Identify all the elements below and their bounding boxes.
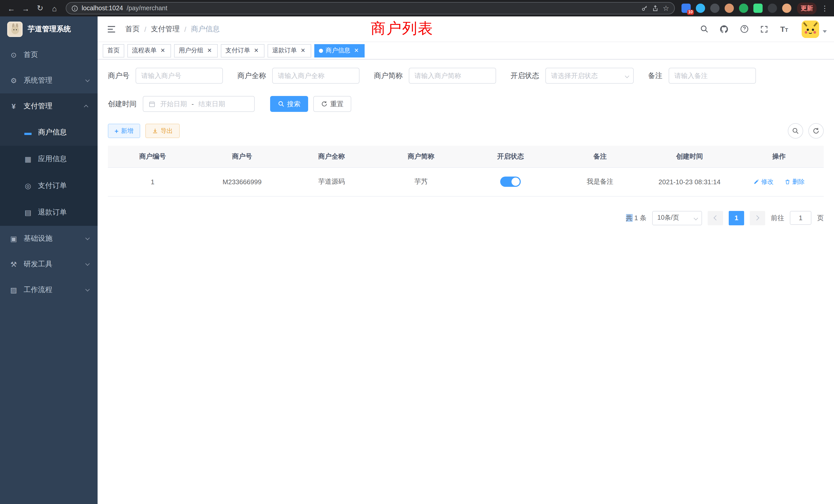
extension-icon[interactable] bbox=[782, 4, 791, 13]
delete-button[interactable]: 删除 bbox=[785, 177, 805, 186]
sidebar-item-label: 应用信息 bbox=[38, 155, 67, 164]
toolbox-icon: ⚒ bbox=[9, 260, 18, 269]
sidebar-item-infrastructure[interactable]: ▣ 基础设施 bbox=[0, 226, 97, 251]
header-actions: TT bbox=[698, 20, 827, 38]
sidebar-item-dev-tools[interactable]: ⚒ 研发工具 bbox=[0, 251, 97, 277]
total-count: 共 1 条 bbox=[626, 213, 646, 223]
status-select[interactable]: 请选择开启状态 bbox=[545, 68, 634, 84]
page-number-1[interactable]: 1 bbox=[729, 211, 744, 225]
dashboard-icon: ⊙ bbox=[9, 51, 18, 59]
table-header-row: 商户编号 商户号 商户全称 商户简称 开启状态 备注 创建时间 操作 bbox=[108, 146, 824, 167]
home-icon[interactable]: ⌂ bbox=[47, 1, 62, 16]
tab-process-form[interactable]: 流程表单✕ bbox=[127, 44, 171, 57]
yen-icon: ¥ bbox=[9, 102, 18, 110]
merchant-table: 商户编号 商户号 商户全称 商户简称 开启状态 备注 创建时间 操作 1 bbox=[108, 146, 824, 196]
document-icon: ▤ bbox=[24, 208, 32, 216]
search-icon[interactable] bbox=[698, 23, 710, 35]
goto-page-input[interactable] bbox=[790, 211, 811, 225]
close-icon[interactable]: ✕ bbox=[206, 47, 213, 54]
extension-icon[interactable] bbox=[768, 4, 777, 13]
sidebar-item-home[interactable]: ⊙ 首页 bbox=[0, 42, 97, 68]
next-page-button[interactable] bbox=[750, 211, 765, 225]
button-label: 重置 bbox=[330, 99, 344, 109]
filter-status: 开启状态 请选择开启状态 bbox=[510, 68, 634, 84]
col-header-status: 开启状态 bbox=[466, 146, 555, 167]
tab-label: 用户分组 bbox=[179, 46, 203, 55]
reload-icon[interactable]: ↻ bbox=[33, 1, 47, 16]
export-button[interactable]: 导出 bbox=[145, 124, 179, 138]
bookmark-star-icon[interactable]: ☆ bbox=[663, 4, 669, 12]
sidebar-item-app-info[interactable]: ▦ 应用信息 bbox=[0, 146, 97, 173]
tab-user-group[interactable]: 用户分组✕ bbox=[174, 44, 218, 57]
extension-icon[interactable] bbox=[696, 4, 705, 13]
breadcrumb-separator: / bbox=[144, 25, 146, 33]
url-path: /pay/merchant bbox=[127, 5, 167, 12]
password-key-icon[interactable] bbox=[641, 5, 649, 12]
date-range-picker[interactable]: 开始日期 - 结束日期 bbox=[143, 96, 255, 112]
toggle-search-icon[interactable] bbox=[788, 123, 803, 139]
font-size-icon[interactable]: TT bbox=[778, 23, 790, 35]
reset-button[interactable]: 重置 bbox=[313, 96, 351, 112]
close-icon[interactable]: ✕ bbox=[300, 47, 307, 54]
sidebar-item-workflow[interactable]: ▨ 工作流程 bbox=[0, 277, 97, 303]
chevron-down-icon bbox=[85, 261, 90, 266]
extension-icon[interactable] bbox=[753, 4, 763, 13]
tab-label: 退款订单 bbox=[272, 46, 297, 55]
tab-home[interactable]: 首页 bbox=[103, 44, 124, 57]
help-icon[interactable] bbox=[739, 23, 750, 35]
filter-merchant-no: 商户号 bbox=[108, 68, 223, 84]
logo-image bbox=[7, 22, 23, 37]
extension-icon[interactable] bbox=[710, 4, 720, 13]
short-name-input[interactable] bbox=[409, 68, 496, 84]
pagination: 共 1 条 10条/页 1 前往 页 bbox=[108, 211, 824, 225]
browser-toolbar: ← → ↻ ⌂ localhost:1024/pay/merchant ☆ 10 bbox=[0, 0, 834, 17]
cell-remark: 我是备注 bbox=[555, 167, 645, 196]
close-icon[interactable]: ✕ bbox=[353, 47, 360, 54]
site-info-icon[interactable] bbox=[71, 5, 78, 12]
payment-submenu: ▬ 商户信息 ▦ 应用信息 ◎ 支付订单 ▤ 退款订单 bbox=[0, 119, 97, 226]
trash-icon bbox=[785, 179, 790, 184]
search-button[interactable]: 搜索 bbox=[270, 96, 308, 112]
browser-menu-icon[interactable]: ⋮ bbox=[820, 4, 830, 12]
target-icon: ◎ bbox=[24, 182, 32, 190]
back-icon[interactable]: ← bbox=[4, 1, 19, 16]
page-size-select[interactable]: 10条/页 bbox=[652, 211, 702, 225]
sidebar-item-label: 首页 bbox=[24, 50, 38, 60]
extension-icon[interactable] bbox=[725, 4, 734, 13]
tab-refund-order[interactable]: 退款订单✕ bbox=[267, 44, 311, 57]
refresh-table-icon[interactable] bbox=[808, 123, 824, 139]
user-avatar-menu[interactable] bbox=[802, 20, 827, 38]
sidebar-item-merchant-info[interactable]: ▬ 商户信息 bbox=[0, 119, 97, 146]
sidebar-item-pay-order[interactable]: ◎ 支付订单 bbox=[0, 173, 97, 199]
edit-button[interactable]: 修改 bbox=[753, 177, 773, 186]
full-name-input[interactable] bbox=[272, 68, 359, 84]
sidebar-item-system[interactable]: ⚙ 系统管理 bbox=[0, 68, 97, 93]
close-icon[interactable]: ✕ bbox=[253, 47, 260, 54]
date-end-placeholder: 结束日期 bbox=[198, 99, 225, 109]
tab-merchant-info[interactable]: 商户信息✕ bbox=[314, 44, 365, 57]
sidebar-item-refund-order[interactable]: ▤ 退款订单 bbox=[0, 199, 97, 226]
github-icon[interactable] bbox=[719, 23, 730, 35]
remark-input[interactable] bbox=[668, 68, 756, 84]
browser-update-button[interactable]: 更新 bbox=[797, 2, 816, 14]
filter-short-name: 商户简称 bbox=[374, 68, 496, 84]
app-logo[interactable]: 芋道管理系统 bbox=[0, 17, 97, 42]
extension-icon[interactable] bbox=[739, 4, 748, 13]
extension-icon[interactable]: 10 bbox=[681, 4, 691, 13]
sidebar-item-payment[interactable]: ¥ 支付管理 bbox=[0, 93, 97, 119]
status-toggle[interactable] bbox=[500, 177, 521, 187]
breadcrumb-payment[interactable]: 支付管理 bbox=[151, 24, 180, 33]
sidebar-toggle-icon[interactable] bbox=[105, 25, 118, 33]
tab-pay-order[interactable]: 支付订单✕ bbox=[221, 44, 264, 57]
share-icon[interactable] bbox=[652, 5, 659, 12]
breadcrumb-home[interactable]: 首页 bbox=[125, 24, 140, 33]
col-header-merchant-no: 商户号 bbox=[197, 146, 287, 167]
fullscreen-icon[interactable] bbox=[759, 23, 770, 35]
address-bar[interactable]: localhost:1024/pay/merchant ☆ bbox=[66, 2, 675, 14]
forward-icon[interactable]: → bbox=[19, 1, 33, 16]
prev-page-button[interactable] bbox=[708, 211, 723, 225]
merchant-no-input[interactable] bbox=[136, 68, 223, 84]
add-button[interactable]: + 新增 bbox=[108, 124, 140, 138]
date-separator: - bbox=[192, 100, 194, 108]
close-icon[interactable]: ✕ bbox=[159, 47, 167, 54]
